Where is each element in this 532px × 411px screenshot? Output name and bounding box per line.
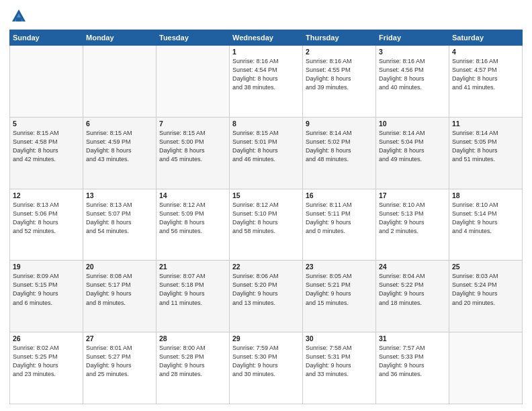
calendar-cell: 7Sunrise: 8:15 AM Sunset: 5:00 PM Daylig… [157,117,230,189]
day-info: Sunrise: 8:10 AM Sunset: 5:14 PM Dayligh… [452,201,519,236]
calendar-cell: 19Sunrise: 8:09 AM Sunset: 5:15 PM Dayli… [10,261,83,332]
logo-icon [9,7,28,26]
calendar-cell: 4Sunrise: 8:16 AM Sunset: 4:57 PM Daylig… [449,46,523,118]
day-number: 11 [452,120,519,128]
day-number: 2 [306,48,373,56]
day-info: Sunrise: 8:00 AM Sunset: 5:28 PM Dayligh… [159,344,226,379]
day-number: 29 [232,334,300,342]
day-number: 4 [452,48,519,56]
col-header-friday: Friday [376,30,449,46]
calendar-cell: 29Sunrise: 7:59 AM Sunset: 5:30 PM Dayli… [230,332,303,404]
week-row-1: 5Sunrise: 8:15 AM Sunset: 4:58 PM Daylig… [10,117,523,189]
calendar-cell: 23Sunrise: 8:05 AM Sunset: 5:21 PM Dayli… [303,261,376,332]
logo [9,7,31,26]
week-row-2: 12Sunrise: 8:13 AM Sunset: 5:06 PM Dayli… [10,189,523,261]
day-number: 15 [232,191,300,199]
calendar-cell: 9Sunrise: 8:14 AM Sunset: 5:02 PM Daylig… [303,117,376,189]
day-number: 18 [452,191,519,199]
day-number: 26 [13,334,80,342]
calendar-table: SundayMondayTuesdayWednesdayThursdayFrid… [9,30,523,404]
day-number: 17 [379,191,446,199]
calendar-cell: 13Sunrise: 8:13 AM Sunset: 5:07 PM Dayli… [83,189,157,261]
week-row-0: 1Sunrise: 8:16 AM Sunset: 4:54 PM Daylig… [10,46,523,118]
calendar-cell: 15Sunrise: 8:12 AM Sunset: 5:10 PM Dayli… [230,189,303,261]
day-number: 7 [159,120,226,128]
day-info: Sunrise: 7:59 AM Sunset: 5:30 PM Dayligh… [232,344,300,379]
page: SundayMondayTuesdayWednesdayThursdayFrid… [0,0,532,411]
day-number: 6 [86,120,153,128]
day-info: Sunrise: 8:14 AM Sunset: 5:05 PM Dayligh… [452,129,519,164]
day-info: Sunrise: 8:06 AM Sunset: 5:20 PM Dayligh… [232,272,300,307]
day-info: Sunrise: 8:15 AM Sunset: 5:00 PM Dayligh… [159,129,226,164]
week-row-3: 19Sunrise: 8:09 AM Sunset: 5:15 PM Dayli… [10,261,523,332]
day-number: 12 [13,191,80,199]
calendar-cell: 14Sunrise: 8:12 AM Sunset: 5:09 PM Dayli… [157,189,230,261]
calendar-cell: 16Sunrise: 8:11 AM Sunset: 5:11 PM Dayli… [303,189,376,261]
day-number: 22 [232,263,300,271]
day-info: Sunrise: 8:13 AM Sunset: 5:07 PM Dayligh… [86,201,153,236]
day-info: Sunrise: 8:10 AM Sunset: 5:13 PM Dayligh… [379,201,446,236]
day-info: Sunrise: 8:14 AM Sunset: 5:04 PM Dayligh… [379,129,446,164]
day-number: 27 [86,334,153,342]
calendar-cell: 2Sunrise: 8:16 AM Sunset: 4:55 PM Daylig… [303,46,376,118]
day-info: Sunrise: 8:08 AM Sunset: 5:17 PM Dayligh… [86,272,153,307]
calendar-header-row: SundayMondayTuesdayWednesdayThursdayFrid… [10,30,523,46]
day-number: 30 [306,334,373,342]
calendar-cell: 11Sunrise: 8:14 AM Sunset: 5:05 PM Dayli… [449,117,523,189]
day-number: 21 [159,263,226,271]
svg-rect-2 [16,17,21,21]
calendar-cell: 21Sunrise: 8:07 AM Sunset: 5:18 PM Dayli… [157,261,230,332]
col-header-wednesday: Wednesday [230,30,303,46]
calendar-cell: 22Sunrise: 8:06 AM Sunset: 5:20 PM Dayli… [230,261,303,332]
calendar-cell: 18Sunrise: 8:10 AM Sunset: 5:14 PM Dayli… [449,189,523,261]
day-info: Sunrise: 8:07 AM Sunset: 5:18 PM Dayligh… [159,272,226,307]
col-header-sunday: Sunday [10,30,83,46]
day-info: Sunrise: 8:16 AM Sunset: 4:57 PM Dayligh… [452,57,519,92]
col-header-tuesday: Tuesday [157,30,230,46]
calendar-cell: 25Sunrise: 8:03 AM Sunset: 5:24 PM Dayli… [449,261,523,332]
day-number: 3 [379,48,446,56]
day-number: 13 [86,191,153,199]
calendar-cell [157,46,230,118]
day-info: Sunrise: 8:16 AM Sunset: 4:55 PM Dayligh… [306,57,373,92]
calendar-cell: 8Sunrise: 8:15 AM Sunset: 5:01 PM Daylig… [230,117,303,189]
day-info: Sunrise: 8:12 AM Sunset: 5:09 PM Dayligh… [159,201,226,236]
day-number: 5 [13,120,80,128]
day-info: Sunrise: 8:15 AM Sunset: 4:58 PM Dayligh… [13,129,80,164]
day-info: Sunrise: 8:14 AM Sunset: 5:02 PM Dayligh… [306,129,373,164]
day-info: Sunrise: 8:09 AM Sunset: 5:15 PM Dayligh… [13,272,80,307]
day-number: 24 [379,263,446,271]
col-header-monday: Monday [83,30,157,46]
day-number: 1 [232,48,300,56]
calendar-cell: 10Sunrise: 8:14 AM Sunset: 5:04 PM Dayli… [376,117,449,189]
day-number: 9 [306,120,373,128]
day-number: 16 [306,191,373,199]
day-info: Sunrise: 8:04 AM Sunset: 5:22 PM Dayligh… [379,272,446,307]
calendar-cell [83,46,157,118]
calendar-cell: 28Sunrise: 8:00 AM Sunset: 5:28 PM Dayli… [157,332,230,404]
day-info: Sunrise: 7:57 AM Sunset: 5:33 PM Dayligh… [379,344,446,379]
calendar-cell: 24Sunrise: 8:04 AM Sunset: 5:22 PM Dayli… [376,261,449,332]
day-info: Sunrise: 8:02 AM Sunset: 5:25 PM Dayligh… [13,344,80,379]
calendar-cell: 31Sunrise: 7:57 AM Sunset: 5:33 PM Dayli… [376,332,449,404]
day-info: Sunrise: 8:15 AM Sunset: 4:59 PM Dayligh… [86,129,153,164]
calendar-cell [10,46,83,118]
day-info: Sunrise: 8:11 AM Sunset: 5:11 PM Dayligh… [306,201,373,236]
day-number: 10 [379,120,446,128]
calendar-cell: 17Sunrise: 8:10 AM Sunset: 5:13 PM Dayli… [376,189,449,261]
day-info: Sunrise: 8:16 AM Sunset: 4:54 PM Dayligh… [232,57,300,92]
day-number: 20 [86,263,153,271]
day-number: 14 [159,191,226,199]
calendar-cell: 27Sunrise: 8:01 AM Sunset: 5:27 PM Dayli… [83,332,157,404]
calendar-cell: 6Sunrise: 8:15 AM Sunset: 4:59 PM Daylig… [83,117,157,189]
day-info: Sunrise: 7:58 AM Sunset: 5:31 PM Dayligh… [306,344,373,379]
day-number: 23 [306,263,373,271]
calendar-cell: 1Sunrise: 8:16 AM Sunset: 4:54 PM Daylig… [230,46,303,118]
header [9,7,523,26]
day-info: Sunrise: 8:12 AM Sunset: 5:10 PM Dayligh… [232,201,300,236]
day-info: Sunrise: 8:05 AM Sunset: 5:21 PM Dayligh… [306,272,373,307]
calendar-cell: 20Sunrise: 8:08 AM Sunset: 5:17 PM Dayli… [83,261,157,332]
calendar-cell [449,332,523,404]
calendar-cell: 5Sunrise: 8:15 AM Sunset: 4:58 PM Daylig… [10,117,83,189]
day-info: Sunrise: 8:16 AM Sunset: 4:56 PM Dayligh… [379,57,446,92]
